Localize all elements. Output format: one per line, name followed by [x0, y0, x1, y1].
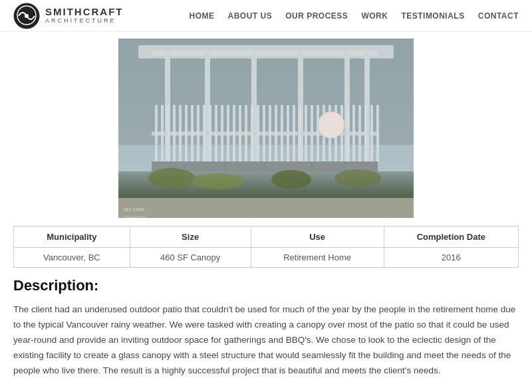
svg-text:MV ONE: MV ONE — [124, 207, 145, 213]
svg-rect-25 — [227, 105, 229, 161]
svg-rect-13 — [155, 105, 158, 161]
svg-rect-20 — [197, 105, 200, 161]
nav-our-process[interactable]: OUR PROCESS — [285, 11, 348, 21]
table-header-completion-date: Completion Date — [384, 227, 518, 248]
svg-rect-48 — [364, 105, 367, 161]
description-body: The client had an underused outdoor pati… — [13, 302, 519, 379]
svg-rect-34 — [281, 105, 283, 161]
project-table: Municipality Size Use Completion Date Va… — [13, 226, 519, 268]
svg-rect-39 — [311, 105, 313, 161]
nav-testimonials[interactable]: TESTIMONIALS — [401, 11, 464, 21]
svg-rect-47 — [358, 105, 361, 161]
svg-rect-21 — [203, 105, 205, 161]
nav-work[interactable]: WORK — [361, 11, 388, 21]
nav-home[interactable]: HOME — [190, 11, 215, 21]
svg-rect-46 — [352, 105, 355, 161]
svg-point-63 — [334, 169, 381, 187]
svg-point-64 — [318, 112, 344, 138]
table-cell-use: Retirement Home — [251, 248, 384, 268]
svg-rect-5 — [152, 50, 378, 56]
svg-rect-16 — [173, 105, 176, 161]
svg-point-1 — [25, 14, 29, 18]
project-image: MV ONE photography — [118, 39, 414, 218]
svg-rect-38 — [305, 105, 307, 161]
svg-rect-19 — [191, 105, 194, 161]
nav-contact[interactable]: CONTACT — [478, 11, 519, 21]
svg-rect-27 — [239, 105, 241, 161]
svg-point-61 — [192, 173, 245, 189]
svg-point-62 — [271, 170, 311, 189]
svg-rect-30 — [257, 105, 259, 161]
svg-text:photography: photography — [124, 215, 146, 218]
project-image-container: MV ONE photography — [13, 39, 519, 218]
svg-rect-28 — [245, 105, 247, 161]
table-header-municipality: Municipality — [14, 227, 130, 248]
svg-rect-18 — [185, 105, 188, 161]
svg-rect-15 — [167, 105, 170, 161]
table-header-size: Size — [130, 227, 251, 248]
svg-rect-50 — [376, 105, 379, 161]
logo-icon — [13, 3, 40, 29]
svg-rect-65 — [118, 198, 414, 218]
svg-rect-29 — [251, 105, 253, 161]
svg-rect-23 — [215, 105, 217, 161]
nav-about[interactable]: ABOUT US — [228, 11, 273, 21]
svg-rect-14 — [161, 105, 164, 161]
table-cell-municipality: Vancouver, BC — [14, 248, 130, 268]
logo-text: SMITHCRAFT ARCHITECTURE — [45, 7, 124, 24]
svg-rect-36 — [293, 105, 295, 161]
svg-rect-24 — [221, 105, 223, 161]
svg-point-60 — [148, 168, 195, 188]
svg-rect-26 — [233, 105, 235, 161]
svg-rect-35 — [287, 105, 289, 161]
description-section: Description: The client had an underused… — [13, 277, 519, 379]
svg-rect-17 — [179, 105, 182, 161]
svg-rect-31 — [263, 105, 265, 161]
main-nav: HOME ABOUT US OUR PROCESS WORK TESTIMONI… — [190, 11, 519, 21]
site-header: SMITHCRAFT ARCHITECTURE HOME ABOUT US OU… — [0, 0, 532, 32]
table-row: Vancouver, BC 460 SF Canopy Retirement H… — [14, 248, 519, 268]
logo[interactable]: SMITHCRAFT ARCHITECTURE — [13, 3, 124, 29]
svg-rect-49 — [370, 105, 373, 161]
svg-rect-32 — [269, 105, 271, 161]
svg-rect-22 — [209, 105, 211, 161]
table-cell-size: 460 SF Canopy — [130, 248, 251, 268]
svg-rect-33 — [275, 105, 277, 161]
project-photo-svg: MV ONE photography — [118, 39, 414, 218]
description-title: Description: — [13, 277, 519, 294]
main-content: MV ONE photography Municipality Size Use… — [0, 39, 532, 392]
svg-rect-45 — [346, 105, 349, 161]
svg-rect-40 — [317, 105, 319, 161]
table-cell-completion-date: 2016 — [384, 248, 518, 268]
svg-rect-37 — [299, 105, 301, 161]
table-header-use: Use — [251, 227, 384, 248]
